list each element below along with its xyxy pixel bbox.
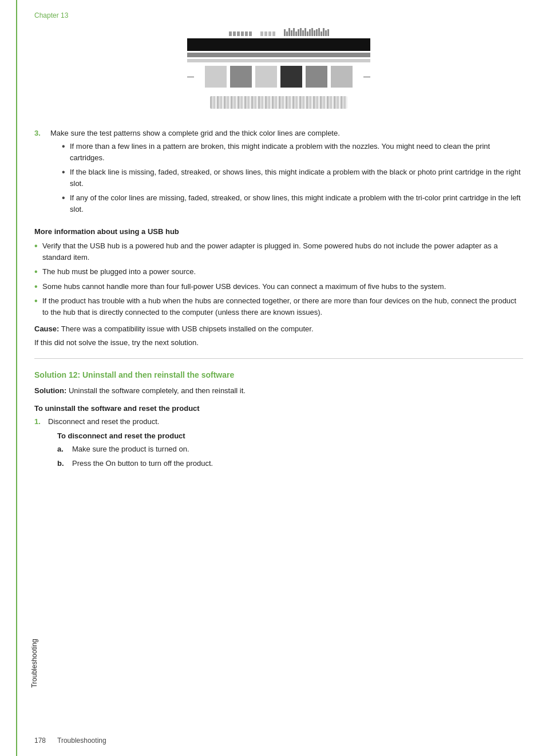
- line-right: [363, 77, 370, 77]
- bullet-item: • If any of the color lines are missing,…: [62, 192, 523, 215]
- bullet-text: If any of the color lines are missing, f…: [70, 192, 523, 215]
- barcode: [284, 28, 329, 36]
- bullet-item: • If more than a few lines in a pattern …: [62, 141, 523, 163]
- alpha-text-a: Make sure the product is turned on.: [72, 444, 189, 455]
- ordered-text-1: Disconnect and reset the product.: [48, 417, 159, 426]
- usb-bullet-text: Some hubs cannot handle more than four f…: [42, 281, 446, 292]
- usb-bullet-item: • Some hubs cannot handle more than four…: [34, 281, 523, 292]
- step-3-label: 3.: [34, 129, 41, 137]
- usb-bullets: • Verify that the USB hub is a powered h…: [34, 240, 523, 318]
- bullet-dot: •: [62, 167, 65, 189]
- bullet-dot: •: [62, 141, 65, 163]
- main-content: Chapter 13: [17, 0, 546, 756]
- color-samples-row: [187, 66, 370, 88]
- bar-19: [325, 30, 327, 36]
- bullet-dot: •: [34, 240, 38, 263]
- step-3-bullets: • If more than a few lines in a pattern …: [62, 141, 523, 215]
- bar-8: [300, 28, 302, 36]
- ordered-item-1: 1. Disconnect and reset the product.: [34, 417, 523, 426]
- disconnect-heading: To disconnect and reset the product: [57, 432, 523, 440]
- ordered-num-1: 1.: [34, 417, 45, 426]
- mblock-1: [260, 31, 263, 36]
- bar-13: [311, 28, 313, 36]
- alpha-text-b: Press the On button to turn off the prod…: [72, 458, 213, 469]
- sample-3: [255, 66, 277, 88]
- bar-4: [291, 30, 292, 36]
- printer-gray-bar: [187, 53, 370, 57]
- step-3-content: Make sure the test patterns show a compl…: [50, 129, 523, 218]
- sidebar: Troubleshooting: [0, 0, 17, 756]
- medium-blocks: [260, 31, 275, 36]
- bar-2: [286, 31, 288, 36]
- block-2: [233, 31, 236, 36]
- bullet-dot: •: [34, 281, 38, 292]
- usb-bullet-text: Verify that the USB hub is a powered hub…: [42, 240, 523, 263]
- printer-body: [187, 38, 370, 51]
- mblock-3: [268, 31, 271, 36]
- bullet-dot: •: [62, 192, 65, 215]
- sample-6: [331, 66, 353, 88]
- usb-section: More information about using a USB hub •…: [34, 227, 523, 347]
- pattern-bar: [210, 96, 347, 109]
- solution-12-text: Solution: Uninstall the software complet…: [34, 385, 523, 397]
- cause-text: Cause: There was a compatibility issue w…: [34, 323, 523, 335]
- cause-body: There was a compatibility issue with USB…: [59, 324, 313, 333]
- bar-9: [302, 30, 304, 36]
- bar-11: [307, 31, 308, 36]
- bottom-pattern: [187, 96, 370, 109]
- footer-section-label: Troubleshooting: [57, 737, 106, 745]
- bullet-dot: •: [34, 266, 38, 278]
- cause-label: Cause:: [34, 324, 59, 333]
- small-blocks: [229, 31, 252, 36]
- next-solution: If this did not solve the issue, try the…: [34, 338, 523, 347]
- bar-7: [298, 29, 299, 36]
- bar-5: [293, 28, 295, 36]
- solution-label: Solution:: [34, 386, 66, 395]
- step-3-item: 3. Make sure the test patterns show a co…: [34, 129, 523, 218]
- chapter-header: Chapter 13: [34, 11, 523, 19]
- bar-16: [318, 28, 320, 36]
- sample-4: [280, 66, 302, 88]
- bullet-text: If more than a few lines in a pattern ar…: [70, 141, 523, 163]
- step-3-text: Make sure the test patterns show a compl…: [50, 129, 340, 137]
- alpha-list: a. Make sure the product is turned on. b…: [57, 444, 523, 469]
- solution-body: Uninstall the software completely, and t…: [66, 386, 246, 395]
- sample-1: [205, 66, 227, 88]
- block-3: [237, 31, 240, 36]
- bar-1: [284, 29, 286, 36]
- sample-2: [230, 66, 252, 88]
- bar-20: [327, 29, 329, 36]
- alpha-label-a: a.: [57, 444, 68, 455]
- solution-12-section: Solution 12: Uninstall and then reinstal…: [34, 370, 523, 469]
- line-left: [187, 77, 194, 77]
- usb-bullet-item: • If the product has trouble with a hub …: [34, 295, 523, 318]
- solution-12-heading: Solution 12: Uninstall and then reinstal…: [34, 370, 523, 379]
- usb-bullet-text: The hub must be plugged into a power sou…: [42, 266, 196, 278]
- bar-6: [295, 31, 297, 36]
- bar-18: [323, 28, 325, 36]
- bar-12: [309, 29, 311, 36]
- bullet-dot: •: [34, 295, 38, 318]
- bullet-item: • If the black line is missing, faded, s…: [62, 167, 523, 189]
- printer-diagram: [34, 28, 523, 117]
- usb-bullet-text: If the product has trouble with a hub wh…: [42, 295, 523, 318]
- block-1: [229, 31, 232, 36]
- bar-15: [316, 29, 318, 36]
- block-6: [249, 31, 252, 36]
- bar-14: [314, 30, 315, 36]
- block-5: [245, 31, 248, 36]
- bullet-text: If the black line is missing, faded, str…: [70, 167, 523, 189]
- diagram-inner: [187, 28, 370, 117]
- footer-page-number: 178: [34, 737, 46, 745]
- color-samples: [194, 66, 363, 88]
- alpha-item-a: a. Make sure the product is turned on.: [57, 444, 523, 455]
- printer-light-bar: [187, 59, 370, 62]
- uninstall-heading: To uninstall the software and reset the …: [34, 404, 523, 413]
- sample-5: [306, 66, 327, 88]
- block-4: [241, 31, 244, 36]
- bar-10: [304, 28, 306, 36]
- section-divider: [34, 358, 523, 359]
- bar-3: [288, 28, 290, 36]
- usb-bullet-item: • The hub must be plugged into a power s…: [34, 266, 523, 278]
- page-footer: 178 Troubleshooting: [34, 737, 106, 745]
